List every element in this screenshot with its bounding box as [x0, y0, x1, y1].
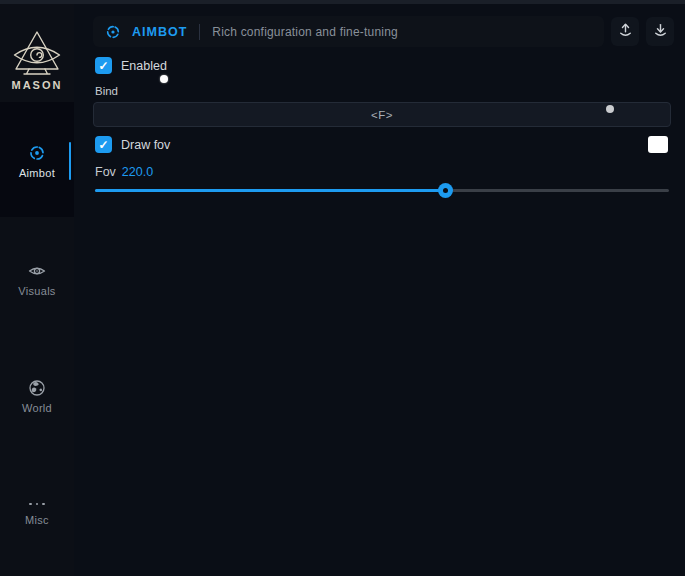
enabled-row: ✓ Enabled	[95, 57, 167, 74]
fov-slider-fill	[95, 189, 445, 192]
sidebar-item-visuals[interactable]: Visuals	[0, 262, 74, 297]
sidebar: MASON Aimbot Visuals	[0, 4, 74, 576]
check-icon: ✓	[98, 139, 108, 151]
enabled-label: Enabled	[121, 59, 167, 73]
page-header: AIMBOT Rich configuration and fine-tunin…	[93, 16, 604, 47]
crosshair-icon	[105, 24, 121, 40]
page-subtitle: Rich configuration and fine-tuning	[212, 25, 398, 39]
window-top-strip	[0, 0, 685, 4]
fov-color-swatch[interactable]	[648, 136, 668, 153]
download-icon	[652, 21, 669, 42]
fov-slider[interactable]	[95, 183, 669, 198]
export-config-button[interactable]	[611, 17, 639, 46]
crosshair-icon	[28, 144, 46, 162]
sidebar-item-misc[interactable]: Misc	[0, 499, 74, 526]
brand-logo: MASON	[0, 30, 74, 91]
brand-name: MASON	[0, 79, 74, 91]
check-icon: ✓	[98, 60, 108, 72]
mason-eye-pyramid-icon	[0, 30, 74, 76]
bind-key-field[interactable]: <F>	[93, 102, 671, 127]
sidebar-item-label: World	[22, 402, 52, 414]
bind-label: Bind	[95, 85, 118, 97]
mouse-cursor-dot	[160, 75, 168, 83]
header-divider	[199, 24, 200, 40]
fov-value-row: Fov 220.0	[95, 165, 153, 179]
globe-icon	[28, 379, 46, 397]
fov-label: Fov	[95, 165, 116, 179]
sidebar-item-aimbot[interactable]: Aimbot	[0, 144, 74, 179]
page-title: AIMBOT	[132, 25, 187, 39]
cursor-ghost-dot	[606, 105, 614, 113]
mason-menu-window: MASON Aimbot Visuals	[0, 0, 685, 576]
sidebar-item-label: Visuals	[18, 285, 55, 297]
bind-key-value: <F>	[371, 109, 393, 121]
sidebar-item-label: Misc	[25, 514, 49, 526]
draw-fov-label: Draw fov	[121, 138, 170, 152]
draw-fov-checkbox[interactable]: ✓	[95, 136, 112, 153]
sidebar-item-world[interactable]: World	[0, 379, 74, 414]
sidebar-item-label: Aimbot	[19, 167, 55, 179]
import-config-button[interactable]	[646, 17, 674, 46]
fov-value: 220.0	[122, 165, 153, 179]
draw-fov-row: ✓ Draw fov	[95, 136, 170, 153]
upload-icon	[617, 21, 634, 42]
fov-slider-handle[interactable]	[438, 183, 453, 198]
ellipsis-icon	[29, 499, 45, 509]
eye-icon	[28, 262, 46, 280]
enabled-checkbox[interactable]: ✓	[95, 57, 112, 74]
